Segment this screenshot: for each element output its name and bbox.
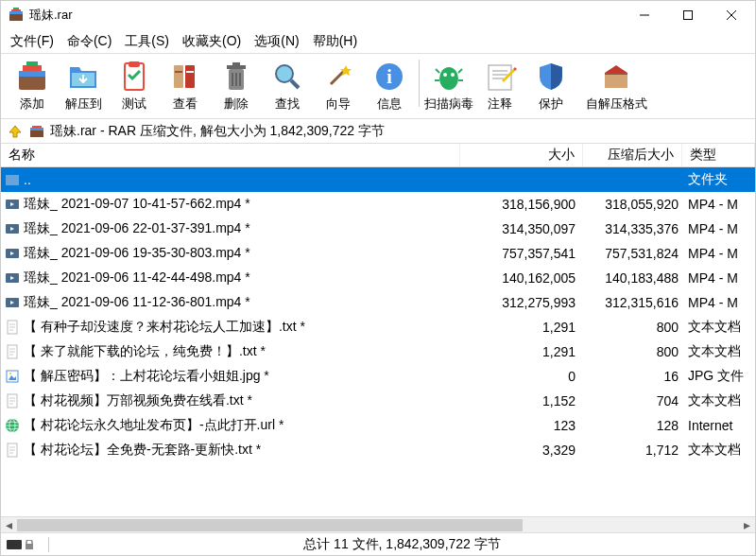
parent-folder-row[interactable]: .. 文件夹 bbox=[1, 167, 755, 192]
file-size: 314,350,097 bbox=[460, 221, 583, 236]
sfx-button[interactable]: 自解压格式 bbox=[576, 58, 656, 114]
scan-virus-icon bbox=[432, 60, 466, 94]
find-icon bbox=[270, 60, 304, 94]
titlebar: 瑶妹.rar bbox=[1, 1, 755, 29]
menu-help[interactable]: 帮助(H) bbox=[307, 31, 363, 52]
menu-file[interactable]: 文件(F) bbox=[5, 31, 60, 52]
minimize-button[interactable] bbox=[623, 1, 666, 29]
scroll-right-button[interactable]: ▸ bbox=[739, 517, 755, 533]
col-header-name[interactable]: 名称 bbox=[1, 144, 460, 166]
col-header-size[interactable]: 大小 bbox=[460, 144, 583, 166]
test-label: 测试 bbox=[122, 96, 146, 113]
file-size: 1,291 bbox=[460, 344, 583, 359]
col-header-type[interactable]: 类型 bbox=[682, 144, 755, 166]
image-icon bbox=[5, 369, 20, 384]
svg-rect-16 bbox=[185, 65, 195, 88]
file-type: 文本文档 bbox=[682, 392, 755, 409]
file-type: 文本文档 bbox=[682, 319, 755, 336]
file-type: 文本文档 bbox=[682, 442, 755, 459]
lock-icon bbox=[24, 540, 35, 549]
horizontal-scrollbar[interactable]: ◂ ▸ bbox=[1, 516, 755, 532]
info-label: 信息 bbox=[377, 96, 402, 113]
add-button[interactable]: 添加 bbox=[7, 58, 58, 114]
file-type: Internet bbox=[682, 418, 755, 433]
menu-tools[interactable]: 工具(S) bbox=[119, 31, 175, 52]
file-row[interactable]: 瑶妹_ 2021-09-07 10-41-57-662.mp4 *318,156… bbox=[1, 192, 755, 217]
protect-button[interactable]: 保护 bbox=[525, 58, 576, 114]
svg-point-31 bbox=[443, 73, 447, 77]
file-type: MP4 - M bbox=[682, 197, 755, 212]
svg-rect-79 bbox=[7, 540, 22, 549]
file-packed-size: 16 bbox=[583, 369, 682, 384]
list-header: 名称 大小 压缩后大小 类型 bbox=[1, 144, 755, 167]
scroll-thumb[interactable] bbox=[17, 519, 523, 531]
svg-rect-46 bbox=[6, 175, 19, 185]
sfx-icon bbox=[599, 60, 633, 94]
wizard-icon bbox=[321, 60, 355, 94]
protect-icon bbox=[534, 60, 568, 94]
file-packed-size: 757,531,824 bbox=[583, 246, 682, 261]
info-icon: i bbox=[372, 60, 406, 94]
file-packed-size: 800 bbox=[583, 344, 682, 359]
info-button[interactable]: i 信息 bbox=[364, 58, 415, 114]
file-size: 318,156,900 bbox=[460, 197, 583, 212]
comment-button[interactable]: 注释 bbox=[474, 58, 525, 114]
file-name: 瑶妹_ 2021-09-06 19-35-30-803.mp4 * bbox=[24, 245, 460, 262]
file-row[interactable]: 【 村花论坛永久地址发布页】-点此打开.url *123128Internet bbox=[1, 413, 755, 438]
file-name: 【 来了就能下载的论坛，纯免费！】.txt * bbox=[24, 343, 460, 360]
wizard-button[interactable]: 向导 bbox=[313, 58, 364, 114]
close-button[interactable] bbox=[710, 1, 753, 29]
sfx-label: 自解压格式 bbox=[586, 96, 647, 113]
svg-rect-45 bbox=[32, 126, 42, 128]
svg-point-25 bbox=[276, 65, 293, 82]
test-button[interactable]: 测试 bbox=[109, 58, 160, 114]
file-row[interactable]: 瑶妹_ 2021-09-06 11-42-44-498.mp4 *140,162… bbox=[1, 266, 755, 290]
delete-icon bbox=[219, 60, 253, 94]
menu-options[interactable]: 选项(N) bbox=[249, 31, 304, 52]
view-button[interactable]: 查看 bbox=[160, 58, 211, 114]
file-type: 文件夹 bbox=[682, 171, 755, 188]
file-name: 【 解压密码】：上村花论坛看小姐姐.jpg * bbox=[24, 368, 460, 385]
menu-favorites[interactable]: 收藏夹(O) bbox=[177, 31, 247, 52]
file-row[interactable]: 【 村花论坛】全免费-无套路-更新快.txt *3,3291,712文本文档 bbox=[1, 438, 755, 462]
file-name: 瑶妹_ 2021-09-06 22-01-37-391.mp4 * bbox=[24, 220, 460, 237]
scroll-track[interactable] bbox=[17, 517, 739, 532]
file-row[interactable]: 瑶妹_ 2021-09-06 11-12-36-801.mp4 *312,275… bbox=[1, 290, 755, 315]
svg-rect-21 bbox=[232, 62, 240, 66]
file-row[interactable]: 瑶妹_ 2021-09-06 19-35-30-803.mp4 *757,357… bbox=[1, 241, 755, 266]
protect-label: 保护 bbox=[539, 96, 563, 113]
file-row[interactable]: 【 来了就能下载的论坛，纯免费！】.txt *1,291800文本文档 bbox=[1, 339, 755, 364]
add-label: 添加 bbox=[20, 96, 44, 113]
maximize-button[interactable] bbox=[666, 1, 710, 29]
svg-rect-5 bbox=[684, 11, 693, 20]
svg-rect-44 bbox=[30, 128, 43, 130]
file-size: 140,162,005 bbox=[460, 270, 583, 286]
scan-button[interactable]: 扫描病毒 bbox=[423, 58, 474, 114]
path-text[interactable]: 瑶妹.rar - RAR 压缩文件, 解包大小为 1,842,309,722 字… bbox=[50, 123, 385, 140]
file-packed-size: 800 bbox=[583, 320, 682, 335]
menu-commands[interactable]: 命令(C) bbox=[61, 31, 117, 52]
file-type: MP4 - M bbox=[682, 295, 755, 310]
file-row[interactable]: 瑶妹_ 2021-09-06 22-01-37-391.mp4 *314,350… bbox=[1, 217, 755, 241]
delete-button[interactable]: 删除 bbox=[211, 58, 262, 114]
svg-rect-14 bbox=[129, 61, 140, 67]
video-icon bbox=[5, 270, 20, 286]
file-row[interactable]: 【 解压密码】：上村花论坛看小姐姐.jpg *016JPG 文件 bbox=[1, 364, 755, 389]
scan-label: 扫描病毒 bbox=[424, 96, 473, 113]
file-row[interactable]: 【 村花视频】万部视频免费在线看.txt *1,152704文本文档 bbox=[1, 389, 755, 413]
file-row[interactable]: 【 有种子却没速度？来村花论坛人工加速】.txt *1,291800文本文档 bbox=[1, 315, 755, 339]
file-size: 757,357,541 bbox=[460, 246, 583, 261]
scroll-left-button[interactable]: ◂ bbox=[1, 517, 17, 533]
svg-line-26 bbox=[291, 80, 299, 88]
menubar: 文件(F) 命令(C) 工具(S) 收藏夹(O) 选项(N) 帮助(H) bbox=[1, 29, 755, 54]
file-size: 1,291 bbox=[460, 320, 583, 335]
svg-line-33 bbox=[436, 69, 439, 73]
extract-label: 解压到 bbox=[65, 96, 102, 113]
archive-icon bbox=[29, 124, 44, 139]
find-button[interactable]: 查找 bbox=[262, 58, 313, 114]
extract-button[interactable]: 解压到 bbox=[58, 58, 109, 114]
col-header-packed[interactable]: 压缩后大小 bbox=[583, 144, 682, 166]
app-icon bbox=[9, 8, 24, 23]
up-button[interactable] bbox=[7, 123, 24, 140]
svg-text:i: i bbox=[387, 66, 392, 87]
